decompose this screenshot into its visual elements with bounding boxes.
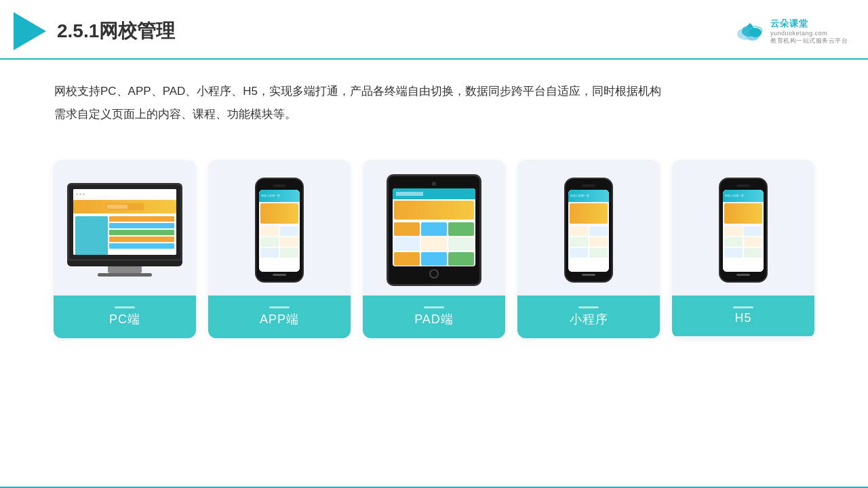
page-title: 2.5.1网校管理 xyxy=(57,18,175,44)
description-text: 网校支持PC、APP、PAD、小程序、H5，实现多端打通，产品各终端自由切换，数… xyxy=(54,80,814,126)
header: 2.5.1网校管理 云朵课堂 yunduoketang.com 教育机构一站式服… xyxy=(0,0,868,60)
device-app-phone: 职涯人的第一堂 xyxy=(255,178,304,283)
app-label-text: APP端 xyxy=(260,311,299,327)
ipad-screen xyxy=(393,188,475,266)
pc-monitor xyxy=(67,183,182,261)
device-mini-phone: 职涯人的第一堂 xyxy=(564,178,613,283)
brand-logo: 云朵课堂 yunduoketang.com 教育机构一站式服务云平台 xyxy=(734,18,848,45)
brand-text: 云朵课堂 yunduoketang.com 教育机构一站式服务云平台 xyxy=(770,18,848,45)
phone-notch-h5 xyxy=(736,184,750,187)
pc-label-text: PC端 xyxy=(109,311,140,327)
header-left: 2.5.1网校管理 xyxy=(14,12,175,50)
card-pc-label[interactable]: PC端 xyxy=(54,296,196,338)
device-pc xyxy=(67,183,182,277)
phone-mini-screen: 职涯人的第一堂 xyxy=(568,190,609,272)
card-pad-image xyxy=(363,160,505,296)
card-h5-image: 职涯人的第一堂 xyxy=(672,160,814,296)
card-pc-image xyxy=(54,160,196,296)
ipad-home-button xyxy=(429,269,439,279)
label-decoration xyxy=(269,306,290,308)
svg-point-3 xyxy=(749,28,762,37)
label-decoration xyxy=(578,306,599,308)
phone-home-bar-mini xyxy=(582,274,595,276)
svg-rect-8 xyxy=(396,192,423,196)
card-mini-label[interactable]: 小程序 xyxy=(517,296,660,338)
card-h5: 职涯人的第一堂 xyxy=(672,160,814,338)
phone-home-bar-h5 xyxy=(736,274,750,276)
brand-url: yunduoketang.com xyxy=(770,30,827,37)
description: 网校支持PC、APP、PAD、小程序、H5，实现多端打通，产品各终端自由切换，数… xyxy=(0,60,868,140)
cards-container: PC端 职涯人的第一堂 xyxy=(0,146,868,359)
card-pc: PC端 xyxy=(54,160,196,338)
svg-rect-7 xyxy=(107,205,127,209)
play-icon xyxy=(14,12,46,50)
label-decoration xyxy=(733,306,753,308)
phone-home-bar xyxy=(273,274,286,276)
phone-notch xyxy=(273,184,286,187)
card-app-label[interactable]: APP端 xyxy=(208,296,351,338)
card-mini-image: 职涯人的第一堂 xyxy=(517,160,660,296)
svg-rect-4 xyxy=(747,26,753,28)
brand-tagline: 教育机构一站式服务云平台 xyxy=(770,37,848,45)
card-h5-label[interactable]: H5 xyxy=(672,296,814,336)
pad-label-text: PAD端 xyxy=(414,311,454,327)
h5-label-text: H5 xyxy=(734,311,751,325)
phone-app-screen: 职涯人的第一堂 xyxy=(259,190,300,272)
device-h5-phone: 职涯人的第一堂 xyxy=(719,178,768,283)
phone-notch-mini xyxy=(582,184,595,187)
card-mini: 职涯人的第一堂 xyxy=(517,160,660,338)
cloud-svg-icon xyxy=(734,20,766,42)
pc-screen xyxy=(73,189,176,255)
ipad-camera xyxy=(432,182,436,186)
mini-label-text: 小程序 xyxy=(570,311,608,327)
card-pad-label[interactable]: PAD端 xyxy=(363,296,505,338)
brand-name: 云朵课堂 xyxy=(770,18,808,30)
card-app-image: 职涯人的第一堂 xyxy=(208,160,351,296)
label-decoration xyxy=(424,306,444,308)
card-pad: PAD端 xyxy=(363,160,505,338)
label-decoration xyxy=(115,306,135,308)
card-app: 职涯人的第一堂 xyxy=(208,160,351,338)
phone-h5-screen: 职涯人的第一堂 xyxy=(723,190,764,272)
header-right: 云朵课堂 yunduoketang.com 教育机构一站式服务云平台 xyxy=(734,18,848,45)
svg-marker-5 xyxy=(747,23,753,26)
device-ipad xyxy=(387,174,481,286)
